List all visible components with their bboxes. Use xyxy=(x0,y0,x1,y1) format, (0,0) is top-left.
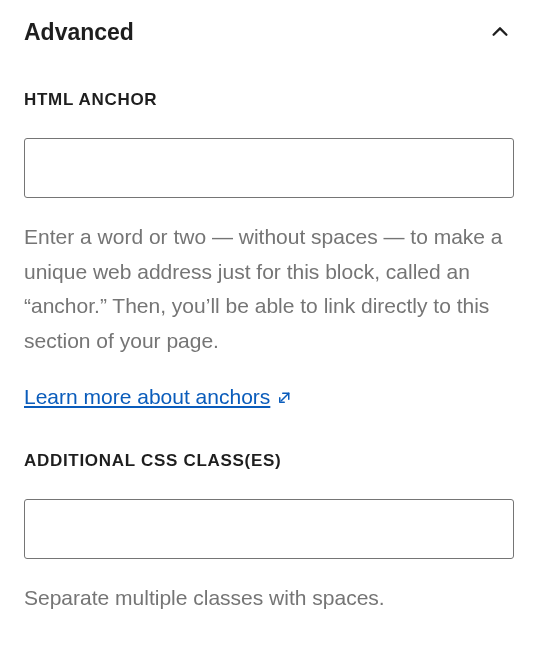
html-anchor-help: Enter a word or two — without spaces — t… xyxy=(24,220,514,359)
css-classes-field-group: ADDITIONAL CSS CLASS(ES) Separate multip… xyxy=(24,451,514,616)
css-classes-input[interactable] xyxy=(24,499,514,559)
html-anchor-field-group: HTML ANCHOR Enter a word or two — withou… xyxy=(24,90,514,409)
chevron-up-icon[interactable] xyxy=(486,18,514,46)
panel-header[interactable]: Advanced xyxy=(24,18,514,46)
learn-more-anchors-link[interactable]: Learn more about anchors xyxy=(24,385,270,409)
learn-more-link-row: Learn more about anchors xyxy=(24,385,514,409)
html-anchor-label: HTML ANCHOR xyxy=(24,90,514,110)
css-classes-help: Separate multiple classes with spaces. xyxy=(24,581,514,616)
panel-title: Advanced xyxy=(24,19,134,46)
css-classes-label: ADDITIONAL CSS CLASS(ES) xyxy=(24,451,514,471)
html-anchor-input[interactable] xyxy=(24,138,514,198)
external-link-icon xyxy=(276,388,294,406)
